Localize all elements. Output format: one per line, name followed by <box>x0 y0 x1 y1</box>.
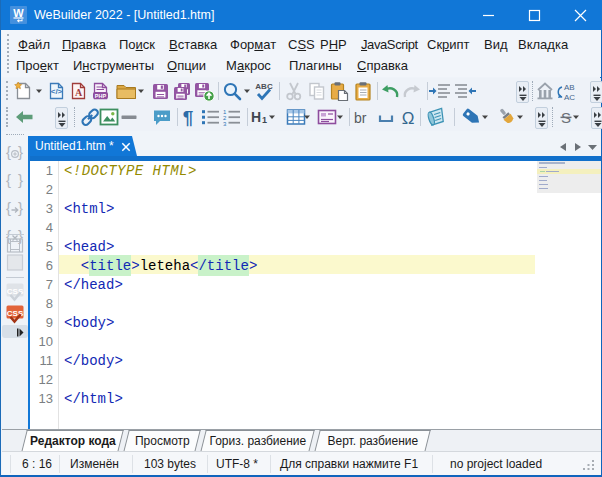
svg-text:</>: </> <box>51 87 63 96</box>
svg-text:PHP: PHP <box>95 92 107 98</box>
svg-text:1: 1 <box>262 115 267 125</box>
svg-text:AB: AB <box>564 82 575 91</box>
svg-text:}: } <box>18 199 23 216</box>
svg-text:A: A <box>75 86 83 97</box>
svg-text:{: { <box>6 171 11 188</box>
svg-text:}: } <box>18 143 23 160</box>
svg-text:Ω: Ω <box>402 109 415 128</box>
svg-text:H: H <box>251 109 261 125</box>
svg-text:{: { <box>6 143 11 160</box>
svg-text:CSS: CSS <box>7 287 24 296</box>
svg-text:¶: ¶ <box>183 107 194 128</box>
svg-text:3: 3 <box>223 121 227 127</box>
svg-text:CSS: CSS <box>7 309 24 318</box>
svg-text:br: br <box>354 110 367 126</box>
svg-text:}: } <box>18 171 23 188</box>
svg-text:{: { <box>6 199 11 216</box>
svg-text:AC: AC <box>564 93 575 102</box>
svg-text:ABC: ABC <box>255 82 273 91</box>
svg-text:W: W <box>13 7 24 19</box>
